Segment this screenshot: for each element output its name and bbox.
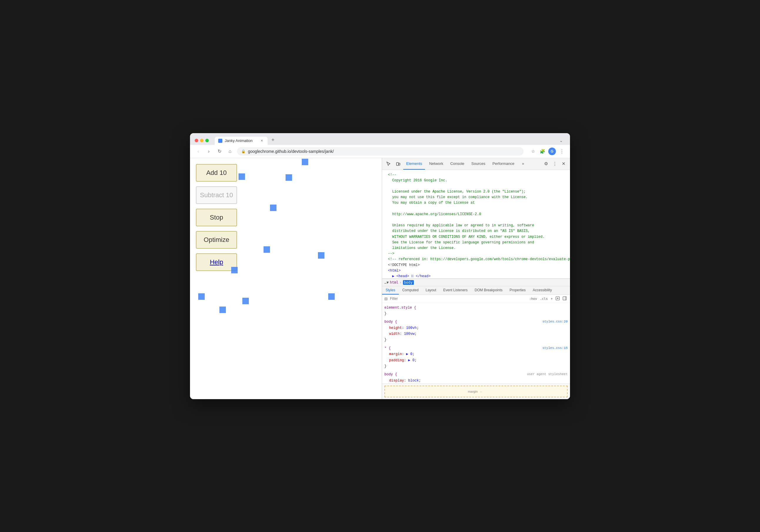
css-source-ua: user agent stylesheet <box>527 372 568 377</box>
css-prop-margin: margin: ▶ 0; <box>384 351 568 357</box>
address-bar-input[interactable]: 🔒 googlechrome.github.io/devtools-sample… <box>237 147 524 155</box>
svg-rect-1 <box>399 163 400 165</box>
devtools-more-icon[interactable]: ⋮ <box>550 159 559 168</box>
add-style-btn[interactable]: + <box>550 296 553 301</box>
tab-network[interactable]: Network <box>426 158 446 170</box>
animated-square-1 <box>302 159 308 165</box>
code-line-14: limitations under the License. <box>382 245 570 251</box>
code-line-8: http://www.apache.org/licenses/LICENSE-2… <box>382 212 570 217</box>
code-line-6: You may obtain a copy of the License at <box>382 200 570 206</box>
code-line-2: Copyright 2016 Google Inc. <box>382 178 570 183</box>
hover-toggle[interactable]: :hov <box>528 296 538 301</box>
home-button[interactable]: ⌂ <box>226 148 234 155</box>
animated-square-3 <box>286 174 292 181</box>
subtab-accessibility[interactable]: Accessibility <box>529 286 555 294</box>
css-rules[interactable]: element.style { } body { styles.css:20 <box>382 303 570 383</box>
stop-button[interactable]: Stop <box>196 209 237 226</box>
animated-square-9 <box>219 307 226 313</box>
svg-rect-5 <box>563 296 566 300</box>
css-prop-display: display: block; <box>384 378 568 383</box>
tab-close-button[interactable]: ✕ <box>260 138 264 143</box>
title-bar: Janky Animation ✕ + ⌄ <box>190 133 570 145</box>
address-bar: ‹ › ↻ ⌂ 🔒 googlechrome.github.io/devtool… <box>190 145 570 158</box>
code-line-16: <!-- referenced in: https://developers.g… <box>382 257 570 262</box>
close-button[interactable] <box>195 139 198 142</box>
filter-actions: :hov .cls + <box>528 296 568 301</box>
tab-sources[interactable]: Sources <box>468 158 489 170</box>
tab-elements[interactable]: Elements <box>403 158 425 170</box>
reload-button[interactable]: ↻ <box>216 148 223 155</box>
filter-icon: ⊟ <box>384 296 388 301</box>
url-text: googlechrome.github.io/devtools-samples/… <box>248 149 519 154</box>
bookmark-button[interactable]: ☆ <box>529 148 537 155</box>
cls-toggle[interactable]: .cls <box>539 296 549 301</box>
devtools-settings-icon[interactable]: ⚙ <box>542 159 550 168</box>
code-line-9 <box>382 217 570 223</box>
window-controls-right: ⌄ <box>557 136 565 145</box>
css-source-styles15[interactable]: styles.css:15 <box>542 345 568 351</box>
devtools-right-buttons: ⚙ ⋮ ✕ <box>542 159 568 168</box>
code-line-12: WITHOUT WARRANTIES OR CONDITIONS OF ANY … <box>382 234 570 240</box>
optimize-button[interactable]: Optimize <box>196 231 237 249</box>
css-source-styles20[interactable]: styles.css:20 <box>542 319 568 325</box>
code-line-10: Unless required by applicable law or agr… <box>382 223 570 228</box>
css-close-brace-1: } <box>384 311 568 317</box>
tab-favicon <box>218 139 222 143</box>
css-prop-padding: padding: ▶ 0; <box>384 357 568 363</box>
breadcrumb-sep-1: › <box>400 281 402 285</box>
subtab-properties[interactable]: Properties <box>506 286 529 294</box>
add-10-button[interactable]: Add 10 <box>196 164 237 182</box>
code-line-13: See the License for the specific languag… <box>382 240 570 245</box>
devtools-toolbar: Elements Network Console Sources Perform… <box>382 158 570 170</box>
more-tabs-button[interactable]: » <box>519 158 527 170</box>
css-selector-element-style: element.style { <box>384 305 568 311</box>
new-rule-btn[interactable] <box>555 296 561 301</box>
subtab-layout[interactable]: Layout <box>422 286 440 294</box>
help-button[interactable]: Help <box>196 253 237 271</box>
box-model-margin-label: margin <box>468 390 478 393</box>
menu-button[interactable]: ⋮ <box>558 148 565 155</box>
filter-input[interactable] <box>390 296 526 301</box>
css-rule-element-style: element.style { } <box>382 304 570 319</box>
subtab-dom-breakpoints[interactable]: DOM Breakpoints <box>471 286 506 294</box>
tab-performance[interactable]: Performance <box>490 158 517 170</box>
browser-window: Janky Animation ✕ + ⌄ ‹ › ↻ ⌂ 🔒 googlech… <box>190 133 570 399</box>
breadcrumb-body[interactable]: body <box>403 280 414 285</box>
animated-square-10 <box>198 293 205 300</box>
extensions-button[interactable]: 🧩 <box>539 148 546 155</box>
new-tab-button[interactable]: + <box>269 136 277 144</box>
tab-console[interactable]: Console <box>447 158 467 170</box>
window-minimize-icon[interactable]: ⌄ <box>557 136 565 145</box>
page-content: Add 10 Subtract 10 Stop Optimize Help <box>190 158 382 399</box>
styles-panel: Styles Computed Layout Event Listeners D… <box>382 286 570 399</box>
subtract-10-button[interactable]: Subtract 10 <box>196 186 237 204</box>
animated-square-11 <box>242 298 249 304</box>
subtab-styles[interactable]: Styles <box>382 286 399 294</box>
code-line-15: --> <box>382 251 570 257</box>
devtools-close-icon[interactable]: ✕ <box>559 159 568 168</box>
device-toggle-icon[interactable] <box>394 159 402 168</box>
minimize-button[interactable] <box>200 139 204 142</box>
active-tab[interactable]: Janky Animation ✕ <box>215 137 268 145</box>
maximize-button[interactable] <box>205 139 209 142</box>
profile-avatar[interactable]: G <box>548 148 556 155</box>
code-line-3 <box>382 183 570 189</box>
animated-square-4 <box>270 204 276 211</box>
tab-title: Janky Animation <box>225 138 257 143</box>
forward-button[interactable]: › <box>205 148 213 155</box>
code-line-17: <!DOCTYPE html> <box>382 262 570 268</box>
code-line-11: distributed under the License is distrib… <box>382 228 570 234</box>
back-button[interactable]: ‹ <box>195 148 202 155</box>
address-actions: ☆ 🧩 G ⋮ <box>529 148 565 155</box>
css-rule-body-dimensions: body { styles.css:20 height: 100vh; widt… <box>382 318 570 345</box>
toggle-sidebar-btn[interactable] <box>562 296 568 301</box>
inspect-element-icon[interactable] <box>384 159 393 168</box>
title-bar-top: Janky Animation ✕ + ⌄ <box>195 136 565 145</box>
html-code-view[interactable]: <!-- Copyright 2016 Google Inc. Licensed… <box>382 170 570 279</box>
code-line-19: ▶ <head> ⁞⁞ </head> <box>382 274 570 279</box>
subtab-event-listeners[interactable]: Event Listeners <box>440 286 471 294</box>
subtab-computed[interactable]: Computed <box>399 286 422 294</box>
devtools-panel: Elements Network Console Sources Perform… <box>382 158 570 399</box>
breadcrumb-html[interactable]: html <box>390 281 398 285</box>
code-line-5: you may not use this file except in comp… <box>382 195 570 200</box>
